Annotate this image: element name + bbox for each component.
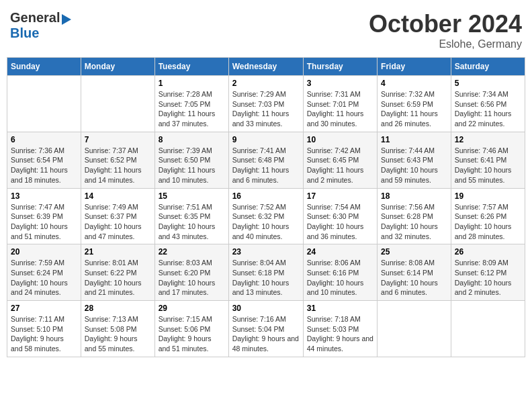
- day-info: Sunrise: 8:08 AM Sunset: 6:14 PM Dayligh…: [381, 258, 447, 298]
- calendar-cell: 25Sunrise: 8:08 AM Sunset: 6:14 PM Dayli…: [378, 244, 451, 301]
- day-number: 11: [381, 135, 447, 144]
- location-subtitle: Eslohe, Germany: [369, 38, 522, 50]
- calendar-cell: 28Sunrise: 7:13 AM Sunset: 5:08 PM Dayli…: [81, 301, 154, 357]
- day-info: Sunrise: 7:11 AM Sunset: 5:10 PM Dayligh…: [11, 314, 77, 354]
- day-number: 18: [381, 191, 447, 201]
- day-info: Sunrise: 7:15 AM Sunset: 5:06 PM Dayligh…: [159, 314, 225, 354]
- day-info: Sunrise: 7:54 AM Sunset: 6:30 PM Dayligh…: [307, 202, 373, 242]
- calendar-cell: 10Sunrise: 7:42 AM Sunset: 6:45 PM Dayli…: [303, 132, 377, 188]
- calendar-cell: 29Sunrise: 7:15 AM Sunset: 5:06 PM Dayli…: [154, 301, 228, 357]
- day-info: Sunrise: 7:16 AM Sunset: 5:04 PM Dayligh…: [232, 314, 300, 354]
- day-info: Sunrise: 7:49 AM Sunset: 6:37 PM Dayligh…: [85, 202, 151, 242]
- calendar-cell: 7Sunrise: 7:37 AM Sunset: 6:52 PM Daylig…: [81, 132, 154, 188]
- calendar-cell: 26Sunrise: 8:09 AM Sunset: 6:12 PM Dayli…: [451, 244, 525, 301]
- day-info: Sunrise: 8:04 AM Sunset: 6:18 PM Dayligh…: [232, 258, 300, 298]
- logo-line1: General: [10, 10, 71, 26]
- page-header: General Blue October 2024 Eslohe, German…: [7, 7, 525, 50]
- day-info: Sunrise: 7:41 AM Sunset: 6:48 PM Dayligh…: [232, 146, 300, 185]
- day-number: 27: [11, 304, 77, 313]
- calendar-cell: 30Sunrise: 7:16 AM Sunset: 5:04 PM Dayli…: [228, 301, 303, 357]
- day-number: 20: [11, 247, 77, 257]
- day-info: Sunrise: 7:37 AM Sunset: 6:52 PM Dayligh…: [85, 146, 151, 185]
- day-info: Sunrise: 8:06 AM Sunset: 6:16 PM Dayligh…: [307, 258, 373, 298]
- calendar-cell: [7, 76, 81, 132]
- calendar-cell: 6Sunrise: 7:36 AM Sunset: 6:54 PM Daylig…: [7, 132, 81, 188]
- day-number: 30: [232, 304, 300, 313]
- calendar-cell: 24Sunrise: 8:06 AM Sunset: 6:16 PM Dayli…: [303, 244, 377, 301]
- calendar-cell: 9Sunrise: 7:41 AM Sunset: 6:48 PM Daylig…: [228, 132, 303, 188]
- day-info: Sunrise: 7:56 AM Sunset: 6:28 PM Dayligh…: [381, 202, 447, 242]
- day-info: Sunrise: 7:46 AM Sunset: 6:41 PM Dayligh…: [455, 146, 521, 185]
- calendar-cell: 19Sunrise: 7:57 AM Sunset: 6:26 PM Dayli…: [451, 188, 525, 244]
- logo-blue-text: Blue: [10, 26, 39, 40]
- day-info: Sunrise: 7:44 AM Sunset: 6:43 PM Dayligh…: [381, 146, 447, 185]
- calendar-header-row: SundayMondayTuesdayWednesdayThursdayFrid…: [7, 58, 525, 76]
- calendar-cell: [451, 301, 525, 357]
- day-number: 10: [307, 135, 373, 144]
- day-number: 9: [232, 135, 300, 144]
- day-number: 8: [159, 135, 225, 144]
- day-number: 19: [455, 191, 521, 201]
- day-info: Sunrise: 7:18 AM Sunset: 5:03 PM Dayligh…: [307, 314, 373, 354]
- day-number: 5: [455, 79, 521, 88]
- day-info: Sunrise: 7:47 AM Sunset: 6:39 PM Dayligh…: [11, 202, 77, 242]
- calendar-cell: 2Sunrise: 7:29 AM Sunset: 7:03 PM Daylig…: [228, 76, 303, 132]
- day-info: Sunrise: 7:51 AM Sunset: 6:35 PM Dayligh…: [159, 202, 225, 242]
- calendar-cell: 11Sunrise: 7:44 AM Sunset: 6:43 PM Dayli…: [378, 132, 451, 188]
- header-tuesday: Tuesday: [154, 58, 228, 76]
- day-info: Sunrise: 7:34 AM Sunset: 6:56 PM Dayligh…: [455, 89, 521, 129]
- day-number: 29: [159, 304, 225, 313]
- header-friday: Friday: [378, 58, 451, 76]
- calendar-cell: 13Sunrise: 7:47 AM Sunset: 6:39 PM Dayli…: [7, 188, 81, 244]
- day-info: Sunrise: 7:28 AM Sunset: 7:05 PM Dayligh…: [159, 89, 225, 129]
- day-number: 4: [381, 79, 447, 88]
- logo-general-text: General: [10, 10, 60, 25]
- day-number: 22: [159, 247, 225, 257]
- day-info: Sunrise: 8:09 AM Sunset: 6:12 PM Dayligh…: [455, 258, 521, 298]
- calendar-cell: [81, 76, 154, 132]
- calendar-cell: 17Sunrise: 7:54 AM Sunset: 6:30 PM Dayli…: [303, 188, 377, 244]
- logo-arrow-icon: [62, 14, 71, 25]
- calendar-cell: 23Sunrise: 8:04 AM Sunset: 6:18 PM Dayli…: [228, 244, 303, 301]
- day-number: 24: [307, 247, 373, 257]
- calendar-week-5: 27Sunrise: 7:11 AM Sunset: 5:10 PM Dayli…: [7, 301, 525, 357]
- header-saturday: Saturday: [451, 58, 525, 76]
- calendar-cell: 18Sunrise: 7:56 AM Sunset: 6:28 PM Dayli…: [378, 188, 451, 244]
- day-number: 2: [232, 79, 300, 88]
- calendar-cell: 20Sunrise: 7:59 AM Sunset: 6:24 PM Dayli…: [7, 244, 81, 301]
- day-info: Sunrise: 8:01 AM Sunset: 6:22 PM Dayligh…: [85, 258, 151, 298]
- day-number: 15: [159, 191, 225, 201]
- calendar-cell: 14Sunrise: 7:49 AM Sunset: 6:37 PM Dayli…: [81, 188, 154, 244]
- logo-line2: Blue: [10, 26, 39, 41]
- calendar-cell: 1Sunrise: 7:28 AM Sunset: 7:05 PM Daylig…: [154, 76, 228, 132]
- day-number: 28: [85, 304, 151, 313]
- day-info: Sunrise: 7:36 AM Sunset: 6:54 PM Dayligh…: [11, 146, 77, 185]
- day-info: Sunrise: 7:42 AM Sunset: 6:45 PM Dayligh…: [307, 146, 373, 185]
- calendar-week-2: 6Sunrise: 7:36 AM Sunset: 6:54 PM Daylig…: [7, 132, 525, 188]
- day-info: Sunrise: 7:32 AM Sunset: 6:59 PM Dayligh…: [381, 89, 447, 129]
- day-info: Sunrise: 7:52 AM Sunset: 6:32 PM Dayligh…: [232, 202, 300, 242]
- day-number: 6: [11, 135, 77, 144]
- calendar-cell: 27Sunrise: 7:11 AM Sunset: 5:10 PM Dayli…: [7, 301, 81, 357]
- day-info: Sunrise: 7:31 AM Sunset: 7:01 PM Dayligh…: [307, 89, 373, 129]
- calendar-cell: [378, 301, 451, 357]
- calendar-table: SundayMondayTuesdayWednesdayThursdayFrid…: [7, 57, 525, 357]
- day-number: 14: [85, 191, 151, 201]
- calendar-cell: 3Sunrise: 7:31 AM Sunset: 7:01 PM Daylig…: [303, 76, 377, 132]
- day-number: 3: [307, 79, 373, 88]
- day-info: Sunrise: 8:03 AM Sunset: 6:20 PM Dayligh…: [159, 258, 225, 298]
- calendar-cell: 15Sunrise: 7:51 AM Sunset: 6:35 PM Dayli…: [154, 188, 228, 244]
- day-number: 13: [11, 191, 77, 201]
- calendar-cell: 8Sunrise: 7:39 AM Sunset: 6:50 PM Daylig…: [154, 132, 228, 188]
- day-info: Sunrise: 7:29 AM Sunset: 7:03 PM Dayligh…: [232, 89, 300, 129]
- day-number: 31: [307, 304, 373, 313]
- day-number: 7: [85, 135, 151, 144]
- header-thursday: Thursday: [303, 58, 377, 76]
- day-number: 17: [307, 191, 373, 201]
- header-wednesday: Wednesday: [228, 58, 303, 76]
- calendar-cell: 21Sunrise: 8:01 AM Sunset: 6:22 PM Dayli…: [81, 244, 154, 301]
- header-sunday: Sunday: [7, 58, 81, 76]
- day-number: 23: [232, 247, 300, 257]
- title-block: October 2024 Eslohe, Germany: [369, 10, 522, 50]
- day-number: 12: [455, 135, 521, 144]
